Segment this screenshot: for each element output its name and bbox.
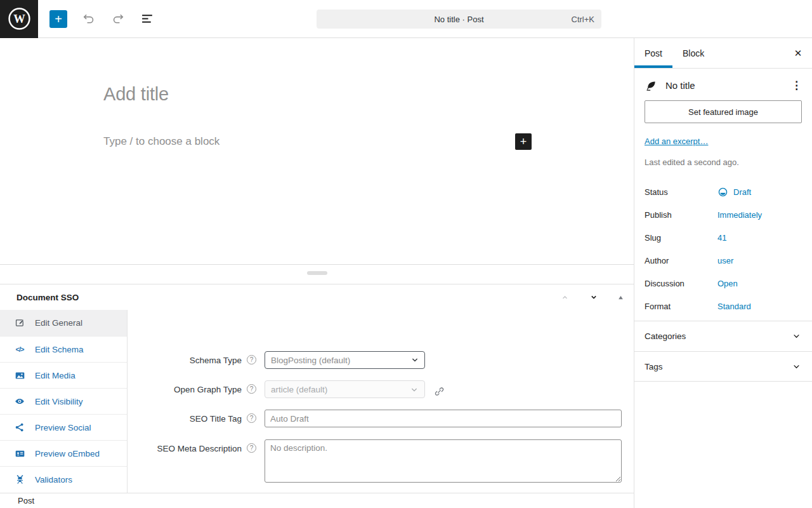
image-icon [14, 370, 25, 381]
sso-nav-label: Edit Visibility [35, 397, 83, 406]
publish-value[interactable]: Immediately [717, 210, 762, 220]
status-label: Status [645, 187, 717, 197]
editor-footer: Post [0, 493, 634, 508]
chevron-down-icon [409, 385, 419, 395]
wordpress-logo[interactable]: W [0, 0, 38, 38]
format-label: Format [645, 302, 717, 311]
help-icon[interactable]: ? [247, 443, 256, 453]
undo-button[interactable] [80, 10, 97, 27]
metabox-resize-handle[interactable] [307, 271, 327, 275]
toggle-block-inserter-button[interactable]: + [49, 10, 67, 28]
seo-description-label: SEO Meta Description [128, 439, 242, 453]
chevron-down-icon [791, 331, 802, 342]
keyboard-shortcut-hint: Ctrl+K [572, 10, 594, 29]
draft-status-icon [717, 187, 728, 197]
eye-icon [14, 396, 25, 407]
sso-nav-label: Preview oEmbed [35, 449, 100, 458]
sso-nav-edit-visibility[interactable]: Edit Visibility [0, 388, 127, 414]
sso-nav-label: Edit Media [35, 371, 75, 380]
discussion-value[interactable]: Open [717, 279, 738, 288]
document-title: No title · Post [317, 10, 601, 29]
sso-nav-edit-schema[interactable]: </> Edit Schema [0, 336, 127, 362]
post-summary-row: No title ⋮ [645, 79, 802, 92]
format-row: Format Standard [645, 295, 802, 318]
status-value[interactable]: Draft [717, 187, 751, 197]
svg-text:W: W [13, 13, 25, 25]
help-icon[interactable]: ? [247, 413, 256, 423]
post-summary-title: No title [665, 80, 695, 91]
sso-nav-edit-general[interactable]: Edit General [0, 310, 127, 336]
plus-icon: + [55, 13, 62, 25]
slug-value[interactable]: 41 [717, 233, 726, 243]
code-icon: </> [14, 345, 25, 353]
sidebar-tabs: Post Block ✕ [634, 38, 812, 69]
post-type-leaf-icon [645, 79, 658, 92]
sso-nav: Edit General </> Edit Schema Edit Media [0, 310, 128, 493]
author-value[interactable]: user [717, 256, 733, 265]
edit-pencil-icon [14, 318, 25, 328]
post-summary-fields: Status Draft Publish Immediately Slug 41… [645, 180, 802, 318]
set-featured-image-button[interactable]: Set featured image [645, 100, 802, 123]
plus-icon: + [520, 136, 527, 147]
sso-nav-label: Edit General [35, 318, 82, 328]
move-up-button[interactable] [560, 293, 570, 302]
sso-nav-validators[interactable]: Validators [0, 466, 127, 492]
seo-title-label: SEO Title Tag [128, 410, 242, 424]
add-block-button[interactable]: + [515, 133, 532, 150]
metabox-title: Document SSO [16, 293, 79, 302]
card-icon [14, 448, 25, 459]
discussion-row: Discussion Open [645, 272, 802, 295]
format-value[interactable]: Standard [717, 302, 751, 311]
sso-nav-edit-media[interactable]: Edit Media [0, 362, 127, 388]
og-type-label: Open Graph Type [128, 380, 242, 394]
sso-nav-label: Validators [35, 475, 72, 485]
redo-icon [111, 11, 126, 26]
document-sso-metabox: Document SSO [0, 284, 634, 493]
kebab-menu-icon[interactable]: ⋮ [791, 79, 802, 92]
list-view-button[interactable] [140, 11, 155, 27]
tags-panel-toggle[interactable]: Tags [634, 351, 812, 382]
sso-nav-label: Edit Schema [35, 345, 84, 354]
seo-description-textarea[interactable] [265, 439, 622, 483]
command-palette-trigger[interactable]: No title · Post Ctrl+K [317, 10, 601, 29]
sso-nav-preview-oembed[interactable]: Preview oEmbed [0, 440, 127, 466]
chevron-down-icon [410, 355, 420, 365]
tab-block[interactable]: Block [672, 38, 714, 68]
redo-button[interactable] [110, 10, 127, 27]
schema-type-select[interactable]: BlogPosting (default) [265, 351, 425, 369]
share-icon [14, 422, 25, 432]
add-excerpt-link[interactable]: Add an excerpt… [645, 137, 708, 146]
settings-sidebar: Post Block ✕ No title ⋮ Set featured ima… [634, 38, 812, 508]
chevron-up-icon [560, 293, 570, 302]
chevron-down-icon [589, 292, 599, 302]
seo-title-input[interactable] [265, 410, 622, 427]
link-icon[interactable] [434, 384, 445, 398]
author-row: Author user [645, 249, 802, 272]
robot-icon [14, 474, 25, 485]
tab-post[interactable]: Post [634, 38, 672, 68]
editor-canvas: Add title Type / to choose a block + [0, 38, 634, 265]
wordpress-logo-icon: W [8, 7, 31, 30]
help-icon[interactable]: ? [247, 355, 256, 364]
empty-block-paragraph[interactable]: Type / to choose a block [103, 135, 219, 148]
sso-form: Schema Type ? BlogPosting (default) Open… [128, 310, 634, 493]
slug-row: Slug 41 [645, 226, 802, 249]
publish-row: Publish Immediately [645, 203, 802, 226]
toggle-panel-button[interactable] [618, 295, 624, 300]
schema-type-label: Schema Type [128, 351, 242, 365]
close-icon[interactable]: ✕ [790, 46, 806, 61]
status-row: Status Draft [645, 180, 802, 203]
move-down-button[interactable] [589, 292, 599, 302]
editor-top-bar: W + [0, 0, 812, 38]
discussion-label: Discussion [645, 279, 717, 288]
sso-nav-preview-social[interactable]: Preview Social [0, 414, 127, 440]
slug-label: Slug [645, 233, 717, 243]
categories-panel-toggle[interactable]: Categories [634, 321, 812, 351]
sso-nav-label: Preview Social [35, 423, 91, 432]
breadcrumb[interactable]: Post [18, 496, 34, 505]
chevron-down-icon [791, 361, 802, 372]
og-type-select: article (default) [265, 380, 425, 398]
help-icon[interactable]: ? [247, 384, 256, 394]
metabox-header: Document SSO [0, 284, 634, 310]
post-title-input[interactable]: Add title [103, 84, 169, 105]
